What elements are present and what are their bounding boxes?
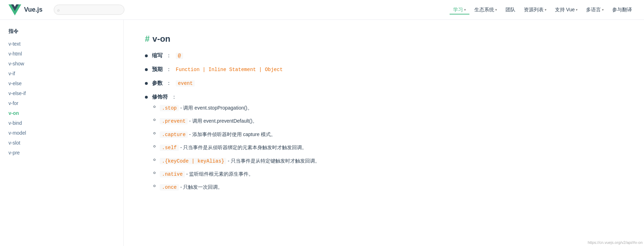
logo-text: Vue.js (24, 6, 42, 13)
modifier-desc: - 只触发一次回调。 (179, 184, 223, 190)
modifier-desc: - 调用 event.preventDefault()。 (188, 118, 257, 124)
support-caret-icon: ▾ (576, 8, 578, 12)
modifier-text: .once - 只触发一次回调。 (160, 183, 223, 191)
main-content: # v-on 缩写 ： @ 预期 ： Function | Inline Sta… (124, 20, 644, 246)
modifier-circle-icon (153, 159, 156, 161)
page-title: # v-on (145, 34, 623, 44)
sidebar-item-v-slot[interactable]: v-slot (0, 138, 123, 148)
modifier-code: .stop (160, 105, 179, 111)
hash-symbol: # (145, 34, 150, 44)
modifier-text: .native - 监听组件根元素的原生事件。 (160, 170, 253, 178)
ecosystem-caret-icon: ▾ (495, 8, 497, 12)
bullet-dot (145, 68, 148, 71)
layout: 指令 v-textv-htmlv-showv-ifv-elsev-else-if… (0, 20, 644, 246)
bullet-item-shorthand: 缩写 ： @ (145, 52, 623, 59)
sidebar-item-v-on[interactable]: v-on (0, 108, 123, 118)
modifier-desc: - 调用 event.stopPropagation()。 (179, 105, 252, 111)
modifier-code: .self (160, 145, 179, 151)
sidebar-item-v-if[interactable]: v-if (0, 69, 123, 78)
modifier-desc: - 监听组件根元素的原生事件。 (185, 171, 253, 177)
language-caret-icon: ▾ (602, 8, 604, 12)
bullet-item-modifiers: 修饰符 ： .stop - 调用 event.stopPropagation()… (145, 94, 623, 197)
nav-item-ecosystem[interactable]: 生态系统 ▾ (471, 5, 500, 14)
sidebar-item-v-text[interactable]: v-text (0, 39, 123, 49)
modifier-desc: - 添加事件侦听器时使用 capture 模式。 (188, 131, 276, 137)
modifier-code: .{keyCode | keyAlias} (160, 158, 226, 164)
nav-item-translate[interactable]: 参与翻译 (609, 5, 636, 14)
modifier-circle-icon (153, 106, 156, 108)
modifier-circle-icon (153, 132, 156, 134)
logo-link[interactable]: Vue.js (8, 4, 42, 16)
learn-caret-icon: ▾ (464, 8, 466, 12)
modifier-text: .stop - 调用 event.stopPropagation()。 (160, 104, 252, 112)
search-box: ⌕ (54, 5, 124, 15)
sidebar-item-v-bind[interactable]: v-bind (0, 118, 123, 128)
modifier-desc: - 只当事件是从特定键触发时才触发回调。 (226, 158, 320, 164)
sidebar-item-v-show[interactable]: v-show (0, 59, 123, 69)
modifier-circle-icon (153, 119, 156, 121)
bullet-dot (145, 96, 148, 99)
modifier-text: .prevent - 调用 event.preventDefault()。 (160, 117, 257, 125)
bullet-dot (145, 82, 148, 85)
nav-item-learn[interactable]: 学习 ▾ (450, 5, 469, 14)
modifier-item-1: .prevent - 调用 event.preventDefault()。 (153, 117, 320, 125)
modifier-desc: - 只当事件是从侦听器绑定的元素本身触发时才触发回调。 (179, 145, 307, 150)
modifier-list: .stop - 调用 event.stopPropagation()。.prev… (145, 104, 320, 197)
shorthand-code: @ (176, 53, 183, 59)
bullet-list: 缩写 ： @ 预期 ： Function | Inline Statement … (145, 52, 623, 197)
sidebar-item-v-model[interactable]: v-model (0, 128, 123, 138)
modifier-code: .prevent (160, 118, 188, 124)
sidebar-item-v-pre[interactable]: v-pre (0, 148, 123, 158)
nav-item-language[interactable]: 多语言 ▾ (582, 5, 607, 14)
modifier-item-6: .once - 只触发一次回调。 (153, 183, 320, 191)
argument-code: event (176, 80, 195, 87)
main-nav: 学习 ▾ 生态系统 ▾ 团队 资源列表 ▾ 支持 Vue ▾ 多语言 ▾ 参与翻… (450, 5, 636, 14)
bullet-dot (145, 54, 148, 57)
vue-logo-icon (8, 4, 21, 16)
modifier-text: .capture - 添加事件侦听器时使用 capture 模式。 (160, 130, 276, 139)
nav-item-resources[interactable]: 资源列表 ▾ (520, 5, 550, 14)
modifier-text: .self - 只当事件是从侦听器绑定的元素本身触发时才触发回调。 (160, 144, 307, 152)
sidebar-section-title: 指令 (0, 25, 123, 37)
sidebar-item-v-else[interactable]: v-else (0, 78, 123, 88)
modifier-code: .once (160, 184, 179, 191)
resources-caret-icon: ▾ (545, 8, 546, 12)
modifier-circle-icon (153, 145, 156, 147)
modifier-circle-icon (153, 185, 156, 187)
url-hint: https://cn.vuejs.org/v2/api/#v-on (588, 240, 643, 245)
nav-item-team[interactable]: 团队 (502, 5, 519, 14)
modifier-code: .native (160, 171, 185, 177)
search-icon: ⌕ (57, 7, 60, 12)
modifier-text: .{keyCode | keyAlias} - 只当事件是从特定键触发时才触发回… (160, 157, 320, 165)
modifier-circle-icon (153, 172, 156, 174)
expects-code: Function | Inline Statement | Object (176, 67, 282, 72)
modifier-code: .capture (160, 131, 188, 138)
sidebar-item-v-else-if[interactable]: v-else-if (0, 88, 123, 98)
sidebar: 指令 v-textv-htmlv-showv-ifv-elsev-else-if… (0, 20, 124, 246)
sidebar-item-v-html[interactable]: v-html (0, 49, 123, 59)
nav-item-support[interactable]: 支持 Vue ▾ (551, 5, 581, 14)
modifier-item-4: .{keyCode | keyAlias} - 只当事件是从特定键触发时才触发回… (153, 157, 320, 165)
modifier-item-0: .stop - 调用 event.stopPropagation()。 (153, 104, 320, 112)
search-input[interactable] (54, 5, 124, 15)
header: Vue.js ⌕ 学习 ▾ 生态系统 ▾ 团队 资源列表 ▾ 支持 Vue ▾ … (0, 0, 644, 20)
sidebar-item-v-for[interactable]: v-for (0, 98, 123, 108)
modifier-item-3: .self - 只当事件是从侦听器绑定的元素本身触发时才触发回调。 (153, 144, 320, 152)
bullet-item-expects: 预期 ： Function | Inline Statement | Objec… (145, 66, 623, 73)
modifier-item-5: .native - 监听组件根元素的原生事件。 (153, 170, 320, 178)
bullet-item-argument: 参数 ： event (145, 80, 623, 87)
modifier-item-2: .capture - 添加事件侦听器时使用 capture 模式。 (153, 130, 320, 139)
